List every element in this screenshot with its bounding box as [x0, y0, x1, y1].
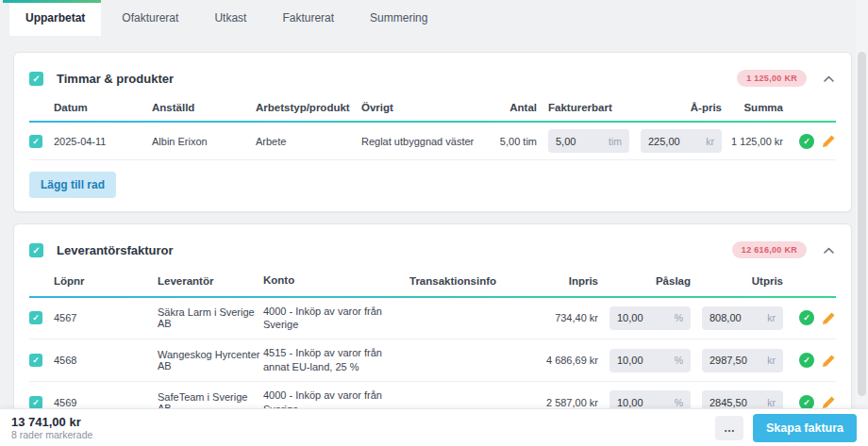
- tab-utkast[interactable]: Utkast: [214, 0, 246, 36]
- cell-summa: 1 125,00 kr: [722, 136, 783, 147]
- unit-label: %: [675, 312, 683, 323]
- cell-ovrigt: Reglat utbyggnad väster: [361, 136, 478, 147]
- cell-leverantor: Säkra Larm i Sverige AB: [158, 306, 263, 329]
- paslag-input[interactable]: 10,00%: [609, 306, 691, 330]
- hours-collapse-button[interactable]: [824, 75, 834, 82]
- cell-inpris: 2 587,00 kr: [504, 397, 598, 408]
- billable-status-icon[interactable]: [799, 134, 814, 149]
- main-content: Timmar & produkter 1 125,00 KR Datum Ans…: [0, 36, 868, 446]
- col-header-inpris: Inpris: [504, 275, 598, 287]
- hours-section-checkbox[interactable]: [29, 72, 43, 86]
- row-checkbox[interactable]: [29, 396, 42, 409]
- col-header-antal: Antal: [478, 102, 537, 113]
- cell-konto: 4000 - Inköp av varor från Sverige: [263, 305, 409, 333]
- chevron-up-icon: [824, 75, 834, 82]
- edit-pencil-icon[interactable]: [822, 395, 836, 409]
- unit-label: kr: [767, 397, 776, 408]
- cell-lopnr: 4569: [54, 397, 158, 408]
- row-checkbox[interactable]: [29, 354, 42, 367]
- cell-arbetstyp: Arbete: [256, 136, 361, 147]
- tab-ofakturerat[interactable]: Ofakturerat: [122, 0, 178, 36]
- billable-status-icon[interactable]: [799, 353, 814, 368]
- hours-table-row: 2025-04-11 Albin Erixon Arbete Reglat ut…: [29, 123, 836, 160]
- unit-label: kr: [767, 312, 776, 323]
- cell-leverantor: Wangeskog Hyrcenter AB: [158, 349, 263, 372]
- row-checkbox[interactable]: [29, 135, 42, 148]
- edit-pencil-icon[interactable]: [822, 311, 836, 325]
- cell-konto: 4515 - Inköp av varor från annat EU-land…: [263, 346, 409, 374]
- selected-total: 13 741,00 kr: [11, 415, 92, 430]
- invoices-collapse-button[interactable]: [824, 247, 834, 254]
- hours-total-badge: 1 125,00 KR: [737, 70, 807, 87]
- unit-label: %: [675, 355, 683, 366]
- col-header-paslag: Påslag: [598, 275, 691, 287]
- chevron-up-icon: [824, 247, 834, 254]
- hours-card-header: Timmar & produkter 1 125,00 KR: [29, 64, 836, 92]
- cell-datum: 2025-04-11: [54, 136, 152, 147]
- col-header-transaktionsinfo: Transaktionsinfo: [409, 275, 504, 287]
- col-header-arbetstyp: Arbetstyp/produkt: [256, 102, 361, 113]
- tab-summering[interactable]: Summering: [370, 0, 427, 36]
- hours-section-title: Timmar & produkter: [57, 72, 174, 86]
- unit-label: kr: [706, 136, 714, 147]
- more-options-button[interactable]: …: [715, 416, 743, 440]
- col-header-apris: Å-pris: [629, 102, 722, 113]
- invoice-row: 4567 Säkra Larm i Sverige AB 4000 - Inkö…: [29, 298, 836, 340]
- invoices-section-checkbox[interactable]: [29, 243, 43, 257]
- billable-status-icon[interactable]: [799, 310, 814, 325]
- edit-pencil-icon[interactable]: [822, 354, 836, 368]
- cell-anstalld: Albin Erixon: [152, 136, 256, 147]
- fakturerbart-input[interactable]: 5,00 tim: [548, 129, 629, 153]
- col-header-utpris: Utpris: [691, 275, 783, 287]
- col-header-fakturerbart: Fakturerbart: [537, 102, 629, 113]
- action-footer: 13 741,00 kr 8 rader markerade … Skapa f…: [0, 408, 868, 446]
- tab-fakturerat[interactable]: Fakturerat: [282, 0, 334, 36]
- invoice-row: 4568 Wangeskog Hyrcenter AB 4515 - Inköp…: [29, 339, 836, 382]
- ellipsis-icon: …: [724, 421, 735, 435]
- cell-antal: 5,00 tim: [478, 136, 537, 147]
- hours-table-header: Datum Anställd Arbetstyp/produkt Övrigt …: [29, 92, 836, 123]
- footer-summary: 13 741,00 kr 8 rader markerade: [11, 415, 92, 441]
- col-header-konto: Konto: [263, 273, 409, 289]
- utpris-input[interactable]: 808,00kr: [702, 306, 783, 330]
- invoices-section-title: Leverantörsfakturor: [57, 243, 174, 257]
- add-row-button[interactable]: Lägg till rad: [29, 172, 116, 198]
- col-header-summa: Summa: [722, 102, 783, 113]
- cell-inpris: 4 686,69 kr: [504, 355, 598, 366]
- unit-label: %: [675, 397, 683, 408]
- col-header-leverantor: Leverantör: [158, 275, 263, 287]
- hours-products-card: Timmar & produkter 1 125,00 KR Datum Ans…: [13, 52, 852, 212]
- invoices-card-header: Leverantörsfakturor 12 616,00 KR: [29, 236, 836, 264]
- invoices-table-header: Löpnr Leverantör Konto Transaktionsinfo …: [29, 264, 836, 298]
- selected-rows-count: 8 rader markerade: [11, 429, 92, 440]
- col-header-lopnr: Löpnr: [54, 275, 158, 287]
- create-invoice-button[interactable]: Skapa faktura: [753, 414, 857, 442]
- unit-label: kr: [767, 355, 776, 366]
- cell-lopnr: 4567: [54, 312, 158, 323]
- utpris-input[interactable]: 2987,50kr: [702, 349, 783, 372]
- unit-label: tim: [609, 136, 622, 147]
- cell-inpris: 734,40 kr: [504, 312, 598, 323]
- col-header-datum: Datum: [54, 102, 152, 113]
- col-header-anstalld: Anställd: [152, 102, 256, 113]
- invoices-total-badge: 12 616,00 KR: [732, 241, 807, 258]
- row-checkbox[interactable]: [29, 311, 42, 324]
- tab-bar: Upparbetat Ofakturerat Utkast Fakturerat…: [0, 0, 868, 36]
- tab-upparbetat[interactable]: Upparbetat: [9, 0, 101, 36]
- cell-lopnr: 4568: [54, 355, 158, 366]
- col-header-ovrigt: Övrigt: [361, 102, 478, 113]
- edit-pencil-icon[interactable]: [822, 134, 836, 148]
- apris-input[interactable]: 225,00 kr: [641, 129, 722, 153]
- paslag-input[interactable]: 10,00%: [609, 349, 691, 372]
